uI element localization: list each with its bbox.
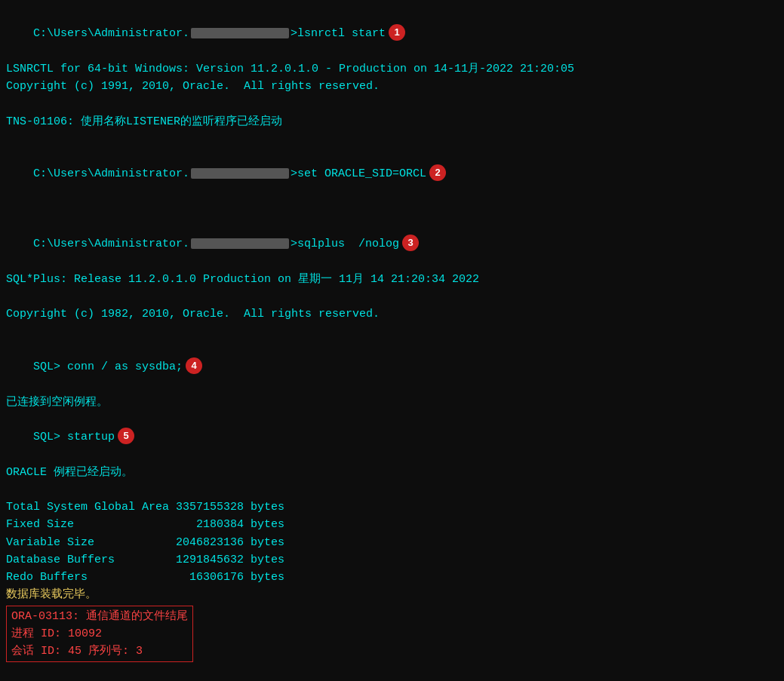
empty5 xyxy=(6,324,773,341)
error-line2: 进程 ID: 10092 xyxy=(11,625,188,643)
empty1 xyxy=(6,95,773,112)
conn-text: SQL> conn / as sysdba; xyxy=(33,360,183,373)
line-redo: Redo Buffers 16306176 bytes xyxy=(6,569,773,586)
line-startup: SQL> startup5 xyxy=(6,411,773,464)
line-fixed: Fixed Size 2180384 bytes xyxy=(6,516,773,533)
error-box-ora03113: ORA-03113: 通信通道的文件结尾 进程 ID: 10092 会话 ID:… xyxy=(6,606,193,663)
line-oracle-started: ORACLE 例程已经启动。 xyxy=(6,464,773,481)
prompt1: C:\Users\Administrator.>lsnrctl start xyxy=(33,27,386,40)
empty3 xyxy=(6,201,773,218)
badge-2: 2 xyxy=(429,164,446,181)
line-lsnrctl-info: LSNRCTL for 64-bit Windows: Version 11.2… xyxy=(6,60,773,78)
empty6 xyxy=(6,481,773,498)
badge-1: 1 xyxy=(389,24,405,41)
badge-4: 4 xyxy=(186,357,202,374)
line-copyright1: Copyright (c) 1991, 2010, Oracle. All ri… xyxy=(6,78,773,95)
line-variable: Variable Size 2046823136 bytes xyxy=(6,534,773,551)
line-sqlplus-info: SQL*Plus: Release 11.2.0.1.0 Production … xyxy=(6,271,773,288)
badge-3: 3 xyxy=(402,235,419,251)
prompt2: C:\Users\Administrator.>set ORACLE_SID=O… xyxy=(33,167,426,180)
empty7 xyxy=(6,664,773,681)
badge-5: 5 xyxy=(118,428,134,444)
prompt3: C:\Users\Administrator.>sqlplus /nolog xyxy=(33,238,399,250)
empty4 xyxy=(6,288,773,305)
line-lsnrctl: C:\Users\Administrator.>lsnrctl start1 xyxy=(6,8,773,60)
line-db-buffers: Database Buffers 1291845632 bytes xyxy=(6,551,773,569)
line-connected: 已连接到空闲例程。 xyxy=(6,394,773,411)
line-tns: TNS-01106: 使用名称LISTENER的监听程序已经启动 xyxy=(6,113,773,130)
redacted1 xyxy=(191,28,289,38)
line-sga: Total System Global Area 3357155328 byte… xyxy=(6,498,773,516)
line-conn: SQL> conn / as sysdba;4 xyxy=(6,341,773,394)
terminal-window: C:\Users\Administrator.>lsnrctl start1 L… xyxy=(0,0,784,681)
redacted3 xyxy=(191,238,289,249)
line-sqlplus: C:\Users\Administrator.>sqlplus /nolog3 xyxy=(6,218,773,271)
line-copyright2: Copyright (c) 1982, 2010, Oracle. All ri… xyxy=(6,305,773,323)
line-db-loaded: 数据库装载完毕。 xyxy=(6,586,773,603)
line-set-oracle: C:\Users\Administrator.>set ORACLE_SID=O… xyxy=(6,148,773,201)
startup-text: SQL> startup xyxy=(33,431,115,443)
empty2 xyxy=(6,130,773,148)
error-line3: 会话 ID: 45 序列号: 3 xyxy=(11,643,188,660)
error-line1: ORA-03113: 通信通道的文件结尾 xyxy=(11,608,188,625)
redacted2 xyxy=(191,168,289,179)
